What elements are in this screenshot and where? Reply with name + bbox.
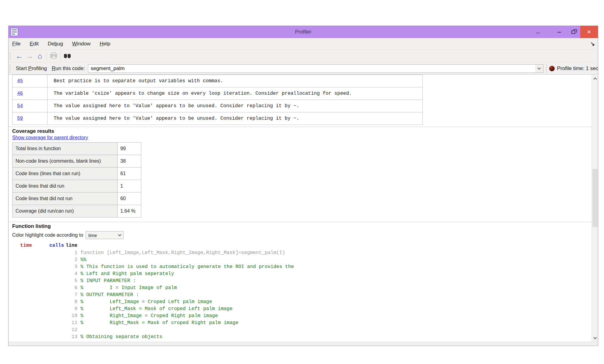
coverage-label: Total lines in function [12,143,118,155]
calls-column-header: calls [32,243,64,248]
line-number: 10 [64,313,77,320]
code-line: 3% This function is used to automaticaly… [12,263,589,270]
table-row: 59 The value assigned here to 'Value' ap… [12,112,423,125]
line-link[interactable]: 46 [17,91,23,96]
run-code-dropdown-button[interactable] [535,65,543,72]
code-listing: time calls line 1function [Left_Image,Le… [12,243,589,341]
code-line: 5% INPUT PARAMETER : [12,277,589,284]
coverage-value: 61 [118,168,141,180]
table-row: Code lines that did not run 60 [12,193,141,205]
code-line: 11% Right_Mask = Mask of croped Right pa… [12,320,589,327]
coverage-value: 99 [118,143,141,155]
scrollbar-thumb[interactable] [592,169,598,227]
coverage-label: Code lines (lines that can run) [12,168,118,180]
profiling-bar-separator [546,63,547,74]
coverage-value: 60 [118,193,141,205]
code-line: 2%% [12,256,589,263]
title-bar: Profiler ↔ – × [9,26,598,38]
code-text: % Right_Image = Croped Right palm image [77,313,218,320]
table-row: Code lines that did run 1 [12,180,141,193]
find-button[interactable] [62,51,72,61]
line-number: 8 [64,299,77,306]
line-number: 6 [64,284,77,292]
profiling-bar-grip[interactable] [10,65,12,72]
home-button[interactable]: ⌂ [35,51,45,61]
message-text: Best practice is to separate output vari… [48,75,423,87]
window-bottom-strip [9,342,598,346]
start-profiling-button[interactable]: Start Profiling [16,65,47,72]
print-icon [50,54,57,58]
find-icon [64,54,71,58]
profiler-window: Profiler ↔ – × File Edit Debug Window He… [9,26,598,346]
menu-debug[interactable]: Debug [48,41,63,47]
restore-button[interactable] [566,26,580,38]
coverage-value: 1.64 % [118,205,141,217]
code-line: 6% I = Input Image of palm [12,284,589,292]
chevron-down-icon [593,336,597,339]
profiling-bar: Start Profiling Run this code: Profile t… [9,62,598,75]
minimize-button[interactable]: – [552,26,566,38]
menu-edit[interactable]: Edit [30,41,38,47]
coverage-heading: Coverage results [12,128,589,134]
page: Profiler ↔ – × File Edit Debug Window He… [0,0,604,364]
code-text [77,327,80,334]
scroll-down-button[interactable] [592,335,598,341]
coverage-label: Code lines that did run [12,180,118,193]
color-highlight-label: Color highlight code according to [12,232,83,238]
table-row: Total lines in function 99 [12,143,141,155]
line-link[interactable]: 59 [17,116,23,121]
line-number: 11 [64,320,77,327]
toolbar-grip[interactable] [10,52,12,60]
code-text: % This function is used to automaticaly … [77,263,294,270]
run-code-input[interactable] [88,65,535,72]
time-column-header: time [12,243,32,248]
message-text: The value assigned here to 'Value' appea… [48,112,423,125]
code-line: 10% Right_Image = Croped Right palm imag… [12,313,589,320]
code-text: % INPUT PARAMETER : [77,277,136,284]
table-row: Coverage (did run/can run) 1.64 % [12,205,141,217]
close-button[interactable]: × [580,26,598,38]
code-text: % Left and Right palm seperately [77,270,174,277]
forward-icon: → [26,52,33,60]
menu-file[interactable]: File [12,41,20,47]
home-icon: ⌂ [38,52,42,60]
code-line: 13% Obtaining separate objects [12,334,589,341]
line-link[interactable]: 54 [17,103,23,109]
code-line: 7% OUTPUT PARAMETER : [12,292,589,299]
profile-time-label: Profile time: 1 sec [557,65,598,72]
show-coverage-link[interactable]: Show coverage for parent directory [12,135,88,140]
code-line: 1function [Left_Image,Left_Mask,Right_Im… [12,249,589,256]
menu-help[interactable]: Help [100,41,110,47]
line-number: 13 [64,334,77,341]
run-this-code-label: Run this code: [52,65,85,72]
section-divider [9,222,594,222]
scroll-up-button[interactable] [592,75,598,82]
table-row: 54 The value assigned here to 'Value' ap… [12,100,423,112]
code-text: % Left_Mask = Mask of croped Left palm i… [77,306,232,313]
message-text: The variable 'csize' appears to change s… [48,87,423,100]
code-line: 12 [12,327,589,334]
code-text: % Left_Image = Croped Left palm image [77,299,212,306]
menu-window[interactable]: Window [72,41,90,47]
table-row: 45 Best practice is to separate output v… [12,75,423,87]
vertical-scrollbar[interactable] [592,75,598,342]
toolbar-separator [60,52,61,60]
line-link[interactable]: 45 [17,78,23,84]
color-highlight-row: Color highlight code according to time [12,231,589,239]
back-icon: ← [16,52,23,60]
line-number: 7 [64,292,77,299]
resize-horizontal-icon[interactable]: ↔ [531,26,545,38]
dock-arrow-icon[interactable]: ↘ [590,41,595,47]
coverage-table: Total lines in function 99 Non-code line… [12,142,141,217]
highlight-select[interactable]: time [86,231,124,239]
function-listing-heading: Function listing [12,223,589,229]
back-button[interactable]: ← [14,51,24,61]
line-number: 1 [64,249,77,256]
line-number: 2 [64,256,77,263]
coverage-label: Coverage (did run/can run) [12,205,118,217]
coverage-value: 1 [118,180,141,193]
chevron-down-icon [118,233,121,236]
print-button[interactable] [48,51,59,61]
code-text: % OUTPUT PARAMETER : [77,292,139,299]
forward-button[interactable]: → [24,51,35,61]
